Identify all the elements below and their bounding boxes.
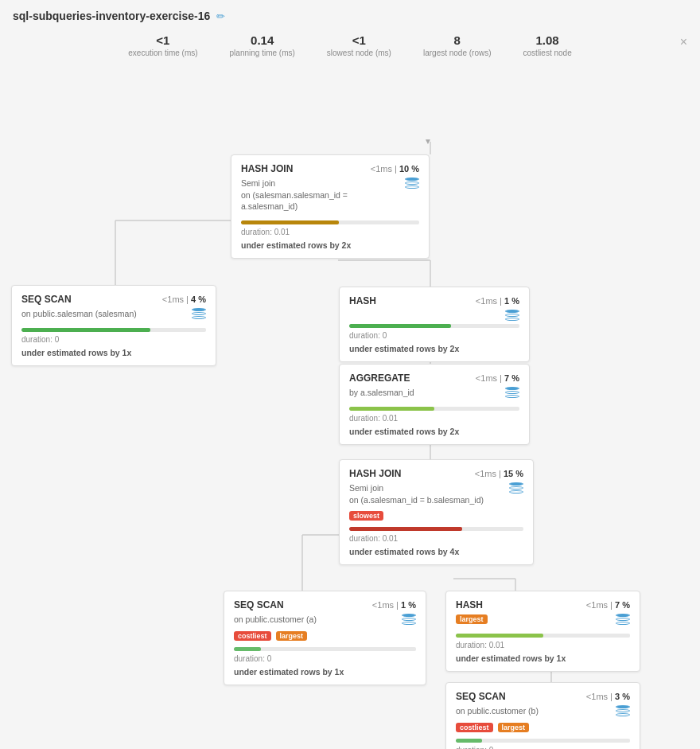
db-icon	[509, 482, 523, 493]
node-seq-scan-salesman-stats: <1ms | 4 %	[162, 295, 206, 304]
node-hash-top[interactable]: HASH <1ms | 1 % duration: 0 under estima…	[339, 287, 530, 362]
progress-bar-fill	[456, 739, 482, 743]
node-hash-join-top-stats: <1ms | 10 %	[371, 164, 419, 174]
under-estimated: under estimated rows by 2x	[241, 240, 419, 250]
progress-bar-fill	[349, 324, 451, 328]
db-icon	[616, 705, 630, 716]
duration-text: duration: 0.01	[349, 534, 523, 543]
edit-icon[interactable]: ✏	[216, 10, 225, 22]
progress-bar-bg	[21, 328, 206, 332]
progress-bar-bg	[349, 407, 519, 411]
progress-bar-bg	[456, 634, 630, 638]
duration-text: duration: 0	[349, 331, 519, 340]
node-seq-scan-customer-a-title: SEQ SCAN	[234, 599, 284, 611]
close-button[interactable]: ×	[680, 35, 687, 49]
db-icon	[405, 177, 419, 189]
db-icon	[505, 310, 519, 321]
header: sql-subqueries-inventory-exercise-16 ✏	[0, 0, 700, 29]
node-seq-scan-customer-a[interactable]: SEQ SCAN <1ms | 1 % on public.customer (…	[224, 591, 426, 685]
progress-bar-bg	[241, 220, 419, 224]
node-seq-scan-salesman-title: SEQ SCAN	[21, 294, 72, 305]
node-hash-join-top-title: HASH JOIN	[241, 163, 293, 174]
under-estimated: under estimated rows by 1x	[21, 348, 206, 357]
db-icon	[192, 308, 206, 319]
badge-largest: largest	[456, 614, 488, 624]
progress-bar-fill	[349, 527, 462, 531]
node-aggregate-stats: <1ms | 7 %	[476, 373, 519, 383]
node-hash-join-bottom-title: HASH JOIN	[349, 468, 401, 479]
under-estimated: under estimated rows by 2x	[349, 427, 519, 436]
node-hash-bottom-stats: <1ms | 7 %	[586, 600, 630, 610]
db-icon	[505, 387, 519, 398]
node-aggregate[interactable]: AGGREGATE <1ms | 7 % by a.salesman_id du…	[339, 364, 530, 445]
stats-bar: <1 execution time (ms) 0.14 planning tim…	[0, 29, 700, 65]
badge-costliest: costliest	[456, 723, 493, 732]
progress-bar-fill	[234, 647, 261, 651]
node-hash-top-title: HASH	[349, 295, 376, 306]
progress-bar-fill	[21, 328, 150, 332]
progress-bar-fill	[241, 220, 339, 224]
node-hash-join-bottom-stats: <1ms | 15 %	[475, 469, 523, 478]
node-seq-scan-customer-a-desc: on public.customer (a)	[234, 614, 317, 626]
node-aggregate-title: AGGREGATE	[349, 373, 410, 384]
duration-text: duration: 0.01	[456, 641, 630, 650]
db-icon	[616, 614, 630, 625]
page-title: sql-subqueries-inventory-exercise-16	[13, 10, 210, 22]
duration-text: duration: 0.01	[241, 228, 419, 236]
duration-text: duration: 0	[234, 654, 416, 663]
node-seq-scan-customer-b-desc: on public.customer (b)	[456, 705, 539, 717]
progress-bar-bg	[349, 324, 519, 328]
stat-planning-time: 0.14 planning time (ms)	[230, 33, 295, 57]
node-aggregate-desc: by a.salesman_id	[349, 387, 414, 399]
node-seq-scan-customer-a-stats: <1ms | 1 %	[372, 600, 416, 610]
stat-largest-node: 8 largest node (rows)	[423, 33, 492, 57]
progress-bar-fill	[349, 407, 434, 411]
node-hash-top-stats: <1ms | 1 %	[476, 296, 519, 306]
node-seq-scan-salesman[interactable]: SEQ SCAN <1ms | 4 % on public.salesman (…	[11, 285, 216, 366]
stat-costliest-node: 1.08 costliest node	[523, 33, 572, 57]
badge-largest: largest	[498, 723, 530, 732]
duration-text: duration: 0	[21, 335, 206, 344]
duration-text: duration: 0.01	[349, 414, 519, 423]
progress-bar-bg	[234, 647, 416, 651]
badge-costliest: costliest	[234, 631, 271, 641]
node-hash-join-top-desc: Semi join on (salesman.salesman_id = a.s…	[241, 177, 400, 213]
progress-bar-fill	[456, 634, 543, 638]
stat-slowest-node: <1 slowest node (ms)	[327, 33, 391, 57]
progress-bar-bg	[349, 527, 523, 531]
stat-execution-time: <1 execution time (ms)	[128, 33, 197, 57]
duration-text: duration: 0	[456, 746, 630, 749]
node-hash-join-top[interactable]: HASH JOIN <1ms | 10 % Semi join on (sale…	[231, 154, 430, 259]
badge-slowest: slowest	[349, 511, 383, 521]
node-seq-scan-customer-b[interactable]: SEQ SCAN <1ms | 3 % on public.customer (…	[445, 682, 640, 749]
top-arrow: ▼	[424, 137, 432, 146]
diagram-area: ▼ HASH JOIN <1ms | 10 % Semi join on (sa…	[0, 65, 700, 749]
node-seq-scan-salesman-desc: on public.salesman (salesman)	[21, 308, 137, 320]
under-estimated: under estimated rows by 1x	[234, 667, 416, 677]
db-icon	[402, 614, 416, 625]
progress-bar-bg	[456, 739, 630, 743]
under-estimated: under estimated rows by 4x	[349, 547, 523, 556]
node-seq-scan-customer-b-title: SEQ SCAN	[456, 691, 506, 702]
node-hash-bottom-title: HASH	[456, 599, 483, 611]
node-hash-bottom[interactable]: HASH <1ms | 7 % largest duration: 0.01 u…	[445, 591, 640, 672]
under-estimated: under estimated rows by 2x	[349, 344, 519, 353]
under-estimated: under estimated rows by 1x	[456, 653, 630, 663]
node-seq-scan-customer-b-stats: <1ms | 3 %	[586, 692, 630, 701]
node-hash-join-bottom-desc: Semi join on (a.salesman_id = b.salesman…	[349, 482, 484, 505]
badge-largest: largest	[276, 631, 308, 641]
node-hash-join-bottom[interactable]: HASH JOIN <1ms | 15 % Semi join on (a.sa…	[339, 459, 534, 565]
